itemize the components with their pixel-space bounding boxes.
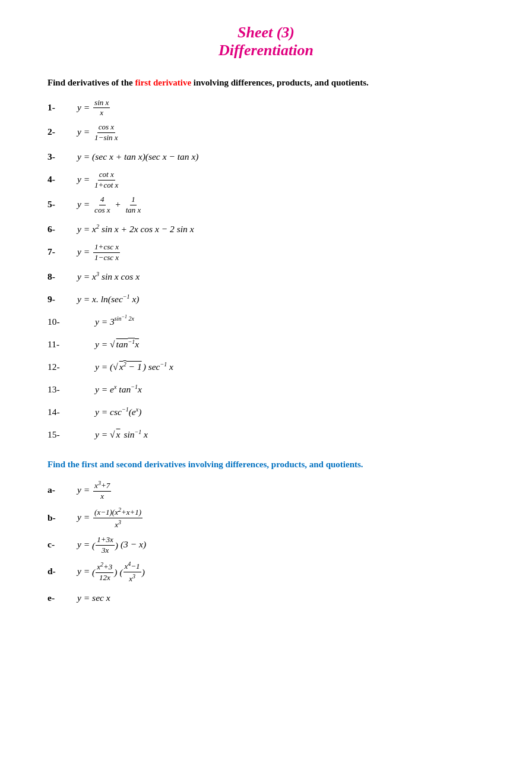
problem-d: d- y = ( x2+3 12x ) ( x4−1 x3 ) (48, 560, 484, 584)
problem-expr-7: y = 1+csc x 1−csc x (77, 242, 121, 263)
highlight-first-derivative: first derivative (135, 78, 192, 87)
problem-expr-12: y = (√x2 − 1) sec−1 x (95, 357, 173, 376)
problem-num-15: 15- (48, 425, 95, 444)
problem-1: 1- y = sin x x (48, 98, 484, 119)
problem-expr-11: y = √tan−1x (95, 335, 140, 353)
problem-expr-13: y = ex tan−1x (95, 380, 142, 398)
problem-expr-c: y = ( 1+3x 3x ) (3 − x) (77, 535, 146, 556)
problem-7: 7- y = 1+csc x 1−csc x (48, 242, 484, 263)
problem-expr-10: y = 3sin−1 2x (95, 312, 134, 331)
problem-8: 8- y = x3 sin x cos x (48, 267, 484, 286)
problem-c: c- y = ( 1+3x 3x ) (3 − x) (48, 535, 484, 556)
problem-num-1: 1- (48, 98, 77, 116)
problem-num-c: c- (48, 535, 77, 553)
problem-expr-4: y = cot x 1+cot x (77, 170, 121, 191)
sheet-title: Sheet (3) (48, 24, 484, 42)
problem-expr-3: y = (sec x + tan x)(sec x − tan x) (77, 147, 198, 166)
problem-13: 13- y = ex tan−1x (48, 380, 484, 398)
problem-4: 4- y = cot x 1+cot x (48, 170, 484, 191)
problem-num-13: 13- (48, 380, 95, 398)
section1-problems: 1- y = sin x x 2- y = cos x 1−sin x 3- y… (48, 98, 484, 444)
page-header: Sheet (3) Differentiation (48, 24, 484, 59)
problem-num-5: 5- (48, 195, 77, 213)
problem-num-12: 12- (48, 357, 95, 376)
problem-expr-15: y = √x sin−1 x (95, 425, 148, 444)
problem-expr-e: y = sec x (77, 588, 110, 607)
problem-3: 3- y = (sec x + tan x)(sec x − tan x) (48, 147, 484, 166)
problem-num-10: 10- (48, 312, 95, 331)
problem-10: 10- y = 3sin−1 2x (48, 312, 484, 331)
problem-a: a- y = x3+7 x (48, 479, 484, 502)
problem-expr-5: y = 4 cos x + 1 tan x (77, 195, 143, 216)
problem-expr-a: y = x3+7 x (77, 479, 112, 502)
section1-instruction: Find derivatives of the first derivative… (48, 76, 484, 90)
problem-num-9: 9- (48, 290, 77, 308)
problem-expr-9: y = x. ln(sec−1 x) (77, 290, 139, 308)
problem-num-3: 3- (48, 147, 77, 166)
problem-num-2: 2- (48, 122, 77, 141)
problem-num-4: 4- (48, 170, 77, 188)
section2-instruction: Find the first and second derivatives in… (48, 458, 484, 471)
problem-num-6: 6- (48, 220, 77, 238)
sheet-subtitle: Differentiation (48, 42, 484, 59)
problem-5: 5- y = 4 cos x + 1 tan x (48, 195, 484, 216)
problem-expr-14: y = csc−1(ex) (95, 403, 141, 421)
problem-12: 12- y = (√x2 − 1) sec−1 x (48, 357, 484, 376)
problem-expr-b: y = (x−1)(x2+x+1) x3 (77, 506, 144, 530)
problem-b: b- y = (x−1)(x2+x+1) x3 (48, 506, 484, 530)
problem-num-d: d- (48, 562, 77, 580)
problem-e: e- y = sec x (48, 588, 484, 607)
problem-2: 2- y = cos x 1−sin x (48, 122, 484, 143)
problem-num-b: b- (48, 508, 77, 527)
problem-expr-2: y = cos x 1−sin x (77, 122, 121, 143)
problem-num-8: 8- (48, 267, 77, 286)
problem-11: 11- y = √tan−1x (48, 335, 484, 353)
problem-14: 14- y = csc−1(ex) (48, 403, 484, 421)
problem-num-11: 11- (48, 335, 95, 353)
problem-6: 6- y = x2 sin x + 2x cos x − 2 sin x (48, 220, 484, 238)
problem-num-a: a- (48, 480, 77, 499)
problem-num-14: 14- (48, 403, 95, 421)
problem-expr-1: y = sin x x (77, 98, 111, 119)
problem-expr-6: y = x2 sin x + 2x cos x − 2 sin x (77, 220, 194, 238)
problem-9: 9- y = x. ln(sec−1 x) (48, 290, 484, 308)
problem-num-7: 7- (48, 242, 77, 261)
problem-expr-8: y = x3 sin x cos x (77, 267, 140, 286)
section2-problems: a- y = x3+7 x b- y = (x−1)(x2+x+1) x3 c-… (48, 479, 484, 607)
problem-num-e: e- (48, 588, 77, 607)
problem-expr-d: y = ( x2+3 12x ) ( x4−1 x3 ) (77, 560, 145, 584)
highlight-second-derivative: second derivatives (116, 460, 186, 469)
problem-15: 15- y = √x sin−1 x (48, 425, 484, 444)
